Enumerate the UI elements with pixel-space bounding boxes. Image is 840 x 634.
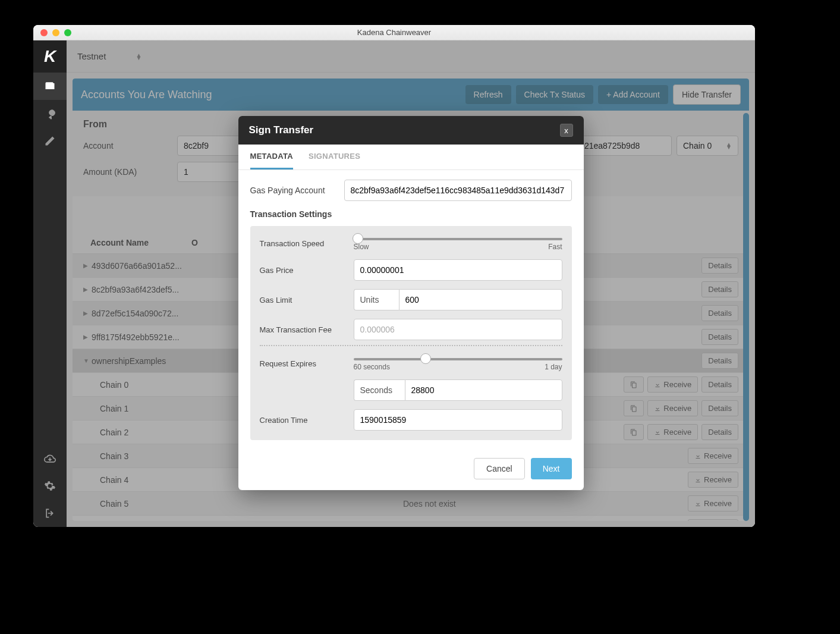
expires-min-label: 60 seconds (354, 363, 390, 371)
gas-price-label: Gas Price (260, 266, 354, 275)
sidebar: K (33, 40, 67, 527)
speed-slider-thumb[interactable] (353, 233, 363, 244)
pencil-icon (44, 135, 56, 147)
gas-paying-label: Gas Paying Account (250, 186, 344, 195)
cloud-download-icon (44, 453, 56, 464)
sidebar-item-contracts[interactable] (33, 127, 67, 155)
expires-slider-thumb[interactable] (420, 353, 431, 364)
max-fee-label: Max Transaction Fee (260, 325, 354, 334)
tab-signatures[interactable]: SIGNATURES (309, 152, 360, 170)
svg-rect-0 (52, 85, 54, 87)
gas-limit-label: Gas Limit (260, 296, 354, 305)
gas-limit-input[interactable] (399, 289, 562, 310)
cancel-button[interactable]: Cancel (474, 458, 525, 479)
sidebar-item-cloud[interactable] (33, 445, 67, 472)
sidebar-item-wallet[interactable] (33, 73, 67, 100)
modal-title: Sign Transfer (249, 124, 560, 136)
speed-fast-label: Fast (548, 243, 562, 251)
expires-label: Request Expires (260, 359, 354, 368)
max-fee-input[interactable] (354, 319, 562, 340)
creation-time-input[interactable] (354, 409, 562, 431)
gas-limit-units: Units (354, 289, 399, 310)
wallet-icon (44, 80, 56, 92)
logout-icon (44, 507, 56, 519)
modal-close-button[interactable]: x (560, 124, 573, 137)
sign-transfer-modal: Sign Transfer x METADATA SIGNATURES Gas … (238, 116, 584, 490)
speed-slider[interactable] (354, 238, 562, 240)
expires-input[interactable] (405, 379, 562, 401)
sidebar-item-logout[interactable] (33, 500, 67, 527)
app-logo: K (33, 40, 67, 73)
close-window-icon[interactable] (40, 29, 48, 36)
speed-label: Transaction Speed (260, 239, 354, 248)
speed-slow-label: Slow (354, 243, 369, 251)
sidebar-item-keys[interactable] (33, 100, 67, 127)
separator (260, 345, 562, 346)
maximize-window-icon[interactable] (64, 29, 71, 36)
app-window: Kadena Chainweaver K Testnet ▲▼ (33, 25, 755, 527)
gas-paying-input[interactable] (344, 180, 572, 201)
gear-icon (44, 480, 56, 492)
creation-time-label: Creation Time (260, 416, 354, 425)
window-title: Kadena Chainweaver (33, 28, 755, 37)
next-button[interactable]: Next (531, 458, 572, 479)
titlebar: Kadena Chainweaver (33, 25, 755, 40)
expires-units: Seconds (354, 379, 405, 401)
modal-overlay: Sign Transfer x METADATA SIGNATURES Gas … (67, 40, 755, 527)
expires-slider[interactable] (354, 358, 562, 360)
expires-max-label: 1 day (545, 363, 562, 371)
sidebar-item-settings[interactable] (33, 472, 67, 500)
minimize-window-icon[interactable] (52, 29, 59, 36)
transaction-settings-title: Transaction Settings (250, 209, 572, 219)
gas-price-input[interactable] (354, 259, 562, 281)
key-icon (44, 108, 56, 120)
tab-metadata[interactable]: METADATA (250, 152, 293, 170)
